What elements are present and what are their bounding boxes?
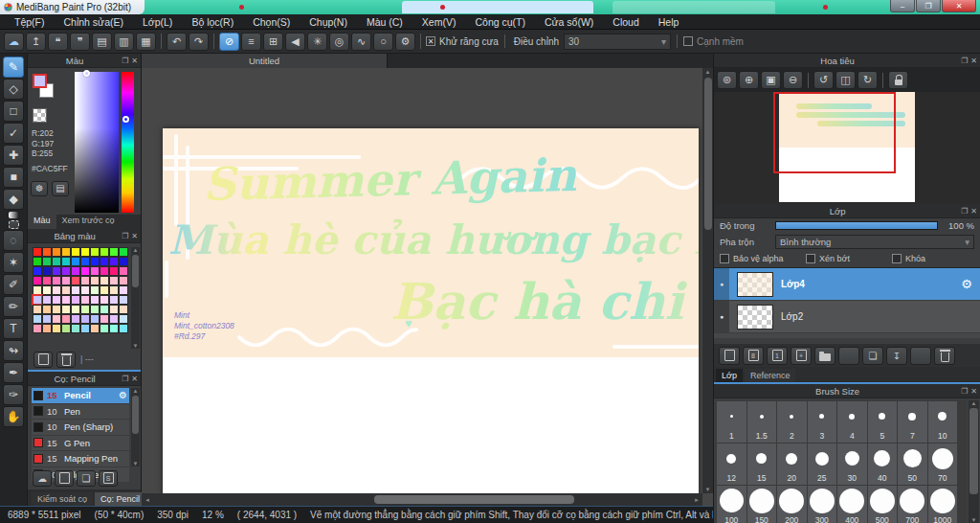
palette-swatch[interactable] <box>90 285 100 295</box>
alpha-protect-checkbox[interactable]: Bảo vệ alpha <box>720 254 802 263</box>
brush-size-cell[interactable]: 25 <box>808 443 837 485</box>
operation-tool[interactable]: ↬ <box>3 340 24 361</box>
brush-size-cell[interactable]: 7 <box>898 401 927 443</box>
popout-icon[interactable]: ❐ <box>961 207 968 216</box>
scroll-right-icon[interactable]: ► <box>693 496 701 504</box>
chat-button[interactable]: ❞ <box>70 33 90 51</box>
palette-swatch[interactable] <box>42 295 52 305</box>
close-icon[interactable]: ✕ <box>131 375 138 383</box>
adjust-dropdown[interactable]: 30 ▾ <box>564 34 671 50</box>
palette-swatch[interactable] <box>33 295 42 305</box>
menu-item[interactable]: Chọn(S) <box>244 15 299 29</box>
palette-swatch[interactable] <box>52 305 61 314</box>
menu-item[interactable]: Bộ lọc(R) <box>183 15 242 29</box>
undo-button[interactable]: ↶ <box>167 33 187 51</box>
scrollbar-thumb[interactable] <box>374 495 575 504</box>
fill-shape-tool[interactable]: ■ <box>3 167 24 188</box>
close-icon[interactable]: ✕ <box>131 57 138 65</box>
gear-icon[interactable]: ⚙ <box>119 390 127 400</box>
snap-vanishing-button[interactable]: ◀ <box>285 33 305 51</box>
palette-swatch[interactable] <box>100 266 109 276</box>
palette-swatch[interactable] <box>33 324 42 333</box>
palette-swatch[interactable] <box>52 257 61 266</box>
palette-swatch[interactable] <box>61 266 71 276</box>
brush-tool[interactable]: ✎ <box>3 57 24 78</box>
palette-swatch[interactable] <box>119 266 128 276</box>
tab-layers[interactable]: Lớp <box>716 369 743 382</box>
menu-item[interactable]: Xem(V) <box>413 15 465 29</box>
brush-scrollbar[interactable]: ▲ ▼ <box>131 388 140 466</box>
brush-size-cell[interactable]: 3 <box>808 401 837 443</box>
scroll-left-icon[interactable]: ◄ <box>144 496 151 504</box>
palette-swatch[interactable] <box>33 276 42 285</box>
scroll-down-icon[interactable]: ▼ <box>971 517 977 523</box>
palette-swatch[interactable] <box>109 324 119 333</box>
cloud-save-button[interactable]: ☁ <box>4 33 24 51</box>
close-icon[interactable]: ✕ <box>970 57 977 65</box>
color-swatches[interactable] <box>30 72 72 102</box>
snap-curve-button[interactable]: ∿ <box>351 33 371 51</box>
palette-swatch[interactable] <box>71 305 80 314</box>
menu-item[interactable]: Cửa sổ(W) <box>536 15 602 29</box>
palette-swatch[interactable] <box>80 305 90 314</box>
fit-width-button[interactable]: ◫ <box>835 71 856 89</box>
palette-swatch[interactable] <box>61 276 71 285</box>
palette-swatch[interactable] <box>90 257 100 266</box>
scroll-up-icon[interactable]: ▲ <box>704 68 712 76</box>
palette-swatch[interactable] <box>52 285 61 295</box>
palette-swatch[interactable] <box>90 305 100 314</box>
transparent-color-swatch[interactable] <box>33 108 47 123</box>
scrollbar-thumb[interactable] <box>704 78 712 231</box>
tab-color[interactable]: Màu <box>28 215 56 229</box>
palette-swatch[interactable] <box>61 247 71 257</box>
delete-color-button[interactable] <box>56 352 76 368</box>
brush-size-cell[interactable]: 15 <box>747 443 777 485</box>
select-eraser-tool[interactable]: ✏ <box>3 296 24 317</box>
tiles-button[interactable]: ▦ <box>136 33 156 51</box>
menu-item[interactable]: Tệp(F) <box>6 15 54 29</box>
new-brush-button[interactable] <box>55 470 74 487</box>
palette-swatch[interactable] <box>52 266 61 276</box>
pen-tool[interactable]: ✒ <box>3 362 24 383</box>
palette-swatch[interactable] <box>119 257 128 266</box>
zoom-out-button[interactable]: ⊖ <box>783 71 803 89</box>
navigator-preview[interactable] <box>714 92 980 204</box>
palette-swatch[interactable] <box>119 285 128 295</box>
popout-icon[interactable]: ❐ <box>122 375 128 383</box>
canvas-horizontal-scrollbar[interactable]: ◄ ► <box>142 493 702 506</box>
palette-swatch[interactable] <box>61 295 71 305</box>
brush-size-cell[interactable]: 300 <box>808 486 837 523</box>
layer-visibility-dot[interactable]: ● <box>714 268 729 300</box>
palette-swatch[interactable] <box>80 247 90 257</box>
palette-swatch[interactable] <box>109 305 119 314</box>
layer-folder-button[interactable] <box>814 347 835 365</box>
palette-swatch[interactable] <box>80 295 90 305</box>
palette-swatch[interactable] <box>61 324 71 333</box>
palette-swatch[interactable] <box>80 285 90 295</box>
foreground-color-swatch[interactable] <box>33 74 47 88</box>
menu-item[interactable]: Công cụ(T) <box>466 15 534 29</box>
add-layer-menu-button[interactable]: + <box>791 347 812 365</box>
palette-swatch[interactable] <box>100 285 109 295</box>
brush-size-cell[interactable]: 500 <box>868 486 898 523</box>
palette-swatch[interactable] <box>119 324 128 333</box>
new-1bit-layer-button[interactable]: 1 <box>767 347 788 365</box>
palette-swatch[interactable] <box>100 305 109 314</box>
palette-swatch[interactable] <box>52 314 61 324</box>
layer-row[interactable]: ● Lớp2 ⚙ <box>714 301 980 333</box>
close-icon[interactable]: ✕ <box>970 387 977 396</box>
palette-swatch[interactable] <box>90 324 100 333</box>
palette-swatch[interactable] <box>61 285 71 295</box>
merge-layer-button[interactable]: ↧ <box>886 347 907 365</box>
snap-settings-button[interactable]: ⚙ <box>395 33 415 51</box>
brush-cloud-button[interactable]: ☁ <box>33 470 52 487</box>
palette-swatch[interactable] <box>119 276 128 285</box>
palette-swatch[interactable] <box>100 295 109 305</box>
brush-size-cell[interactable]: 40 <box>868 443 898 485</box>
scroll-up-icon[interactable]: ▲ <box>133 388 139 394</box>
brush-size-cell[interactable]: 200 <box>777 486 807 523</box>
saturation-value-picker[interactable] <box>75 72 119 213</box>
blend-dropdown[interactable]: Bình thường ▾ <box>775 235 974 249</box>
scroll-down-icon[interactable]: ▼ <box>704 486 712 493</box>
scrollbar-thumb[interactable] <box>969 408 978 494</box>
